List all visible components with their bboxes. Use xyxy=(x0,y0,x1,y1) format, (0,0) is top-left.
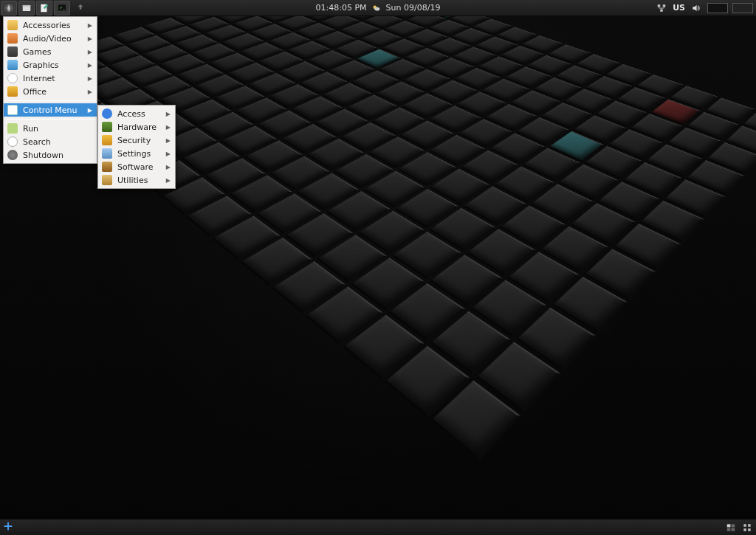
svg-rect-10 xyxy=(660,9,663,11)
submenu-item-hardware[interactable]: Hardware ▶ xyxy=(98,120,175,134)
menu-item-internet[interactable]: Internet ▶ xyxy=(4,72,97,85)
chevron-right-icon: ▶ xyxy=(88,75,92,82)
chevron-right-icon: ▶ xyxy=(166,151,171,157)
bottom-panel xyxy=(0,519,756,535)
file-manager-launcher[interactable] xyxy=(18,1,35,15)
audio-icon xyxy=(7,32,18,44)
text-editor-icon xyxy=(39,3,49,13)
menu-item-label: Office xyxy=(23,87,83,97)
svg-text:>_: >_ xyxy=(60,5,65,10)
desktop-wallpaper xyxy=(0,16,756,519)
control-submenu: Access ▶ Hardware ▶ Security ▶ Settings … xyxy=(97,105,176,189)
chevron-right-icon: ▶ xyxy=(88,35,92,42)
clock-date: Sun 09/08/19 xyxy=(386,3,441,13)
svg-rect-8 xyxy=(658,4,661,7)
menu-item-label: Search xyxy=(23,137,92,147)
chevron-right-icon: ▶ xyxy=(88,89,92,95)
tile-windows-button[interactable] xyxy=(741,522,753,534)
search-icon xyxy=(7,136,18,148)
show-desktop-button[interactable] xyxy=(3,521,13,534)
menu-item-control-menu[interactable]: Control Menu ▶ xyxy=(4,103,97,117)
menu-item-label: Audio/Video xyxy=(23,34,83,44)
submenu-item-label: Software xyxy=(117,162,162,172)
menu-item-audio-video[interactable]: Audio/Video ▶ xyxy=(4,32,97,45)
battery-indicator-1[interactable] xyxy=(707,3,728,13)
internet-icon xyxy=(7,72,18,84)
run-icon xyxy=(7,122,18,134)
hardware-icon xyxy=(101,121,113,133)
svg-rect-9 xyxy=(663,4,666,7)
chevron-right-icon: ▶ xyxy=(166,137,171,144)
submenu-item-label: Access xyxy=(117,109,162,119)
submenu-item-security[interactable]: Security ▶ xyxy=(98,134,175,147)
submenu-item-label: Utilities xyxy=(117,176,162,185)
menu-item-label: Internet xyxy=(23,74,83,83)
chevron-right-icon: ▶ xyxy=(88,62,92,69)
weather-icon xyxy=(371,3,382,13)
file-manager-icon xyxy=(21,3,32,13)
menu-item-label: Accessories xyxy=(23,21,83,30)
graphics-icon xyxy=(7,59,18,71)
submenu-item-label: Security xyxy=(117,136,162,145)
menu-item-label: Graphics xyxy=(23,61,83,70)
submenu-item-access[interactable]: Access ▶ xyxy=(98,107,175,120)
distro-logo-icon xyxy=(4,3,14,13)
submenu-item-utilities[interactable]: Utilities ▶ xyxy=(98,173,175,187)
menu-item-label: Games xyxy=(23,47,83,57)
updates-icon[interactable] xyxy=(74,1,87,15)
menu-item-search[interactable]: Search xyxy=(4,135,97,148)
battery-indicator-2[interactable] xyxy=(732,3,753,13)
svg-rect-14 xyxy=(732,528,735,531)
workspace-switcher[interactable] xyxy=(725,522,737,534)
network-icon[interactable] xyxy=(655,1,668,15)
shutdown-icon xyxy=(7,149,18,161)
menu-item-label: Shutdown xyxy=(23,151,92,160)
games-icon xyxy=(7,46,18,58)
top-panel: >_ 01:48:05 PM Sun 09/08/19 US xyxy=(0,0,756,16)
submenu-item-settings[interactable]: Settings ▶ xyxy=(98,147,175,160)
menu-item-label: Run xyxy=(23,124,92,134)
office-icon xyxy=(7,86,18,97)
folder-icon xyxy=(7,19,18,31)
submenu-item-label: Hardware xyxy=(117,122,162,132)
menu-item-accessories[interactable]: Accessories ▶ xyxy=(4,18,97,32)
utilities-icon xyxy=(101,174,113,186)
menu-item-label: Control Menu xyxy=(23,106,83,115)
chevron-right-icon: ▶ xyxy=(166,164,171,170)
svg-point-7 xyxy=(374,7,379,10)
menu-item-run[interactable]: Run xyxy=(4,122,97,135)
chevron-right-icon: ▶ xyxy=(166,124,171,131)
application-menu: Accessories ▶ Audio/Video ▶ Games ▶ Grap… xyxy=(3,16,97,164)
chevron-right-icon: ▶ xyxy=(166,111,171,117)
panel-launchers: >_ xyxy=(0,0,87,15)
chevron-right-icon: ▶ xyxy=(88,22,92,29)
submenu-item-software[interactable]: Software ▶ xyxy=(98,160,175,173)
menu-item-office[interactable]: Office ▶ xyxy=(4,85,97,98)
software-icon xyxy=(101,161,113,173)
svg-rect-11 xyxy=(727,524,731,527)
clock-time: 01:48:05 PM xyxy=(316,3,367,13)
settings-icon xyxy=(101,148,113,159)
terminal-launcher[interactable]: >_ xyxy=(54,1,70,15)
access-icon xyxy=(101,108,113,120)
terminal-icon: >_ xyxy=(57,3,67,13)
chevron-right-icon: ▶ xyxy=(88,49,92,55)
wallpaper-cubes xyxy=(55,16,756,400)
menu-separator xyxy=(5,100,95,101)
svg-rect-13 xyxy=(727,528,731,531)
keyboard-layout-indicator[interactable]: US xyxy=(673,3,685,13)
menu-separator xyxy=(5,119,95,120)
panel-clock-area[interactable]: 01:48:05 PM Sun 09/08/19 xyxy=(316,0,441,15)
text-editor-launcher[interactable] xyxy=(36,1,52,15)
security-icon xyxy=(101,134,113,146)
menu-item-games[interactable]: Games ▶ xyxy=(4,45,97,58)
menu-item-graphics[interactable]: Graphics ▶ xyxy=(4,58,97,72)
chevron-right-icon: ▶ xyxy=(88,107,92,114)
volume-icon[interactable] xyxy=(690,1,703,15)
svg-rect-12 xyxy=(732,524,735,527)
menu-item-shutdown[interactable]: Shutdown xyxy=(4,148,97,162)
panel-tray: US xyxy=(655,0,753,15)
app-menu-button[interactable] xyxy=(1,1,17,15)
submenu-item-label: Settings xyxy=(117,149,162,159)
svg-rect-2 xyxy=(23,4,31,6)
